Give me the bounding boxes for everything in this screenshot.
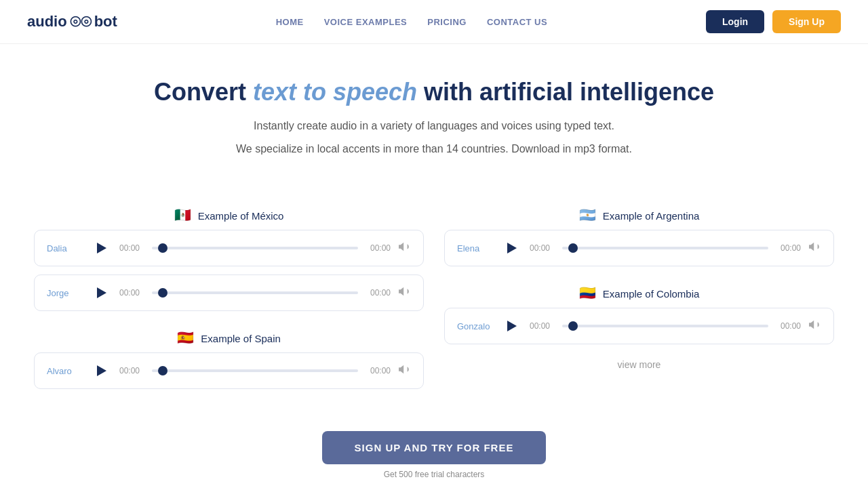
volume-button-elena[interactable]: [809, 241, 821, 255]
progress-thumb-jorge: [158, 288, 167, 298]
progress-bar-elena[interactable]: [562, 247, 768, 249]
voice-name-elena: Elena: [457, 243, 494, 253]
hero-title: Convert text to speech with artificial i…: [14, 78, 854, 106]
login-button[interactable]: Login: [706, 10, 764, 33]
progress-bar-gonzalo[interactable]: [562, 325, 768, 327]
nav-item-contact[interactable]: CONTACT US: [487, 16, 547, 28]
nav-link-voice[interactable]: VOICE EXAMPLES: [324, 17, 408, 27]
spain-label-text: Example of Spain: [201, 333, 281, 344]
time-start-gonzalo: 00:00: [530, 321, 550, 331]
volume-button-dalia[interactable]: [399, 241, 411, 255]
mexico-label-text: Example of México: [198, 210, 284, 222]
nav-item-voice[interactable]: VOICE EXAMPLES: [324, 16, 408, 28]
time-start-alvaro: 00:00: [119, 366, 140, 375]
nav-link-contact[interactable]: CONTACT US: [487, 17, 547, 27]
audio-card-jorge: Jorge 00:00 00:00: [34, 274, 424, 311]
colombia-flag-icon: 🇨🇴: [579, 285, 596, 300]
audio-card-alvaro: Alvaro 00:00 00:00: [34, 352, 424, 389]
logo-wave-icon: ⦾⦾: [70, 14, 92, 30]
audio-card-elena: Elena 00:00 00:00: [444, 230, 834, 266]
nav-link-home[interactable]: HOME: [276, 17, 304, 27]
time-start-jorge: 00:00: [119, 288, 140, 298]
hero-subtitle2: We specialize in local accents in more t…: [14, 140, 854, 158]
players-grid: 🇲🇽 Example of México Dalia 00:00 00:00 J…: [0, 183, 868, 411]
audio-card-gonzalo: Gonzalo 00:00 00:00: [444, 308, 834, 344]
progress-bar-jorge[interactable]: [152, 291, 358, 294]
spain-flag-icon: 🇪🇸: [177, 330, 194, 345]
time-start-elena: 00:00: [530, 243, 550, 253]
cta-button[interactable]: SIGN UP AND TRY FOR FREE: [322, 431, 547, 464]
svg-marker-0: [97, 243, 106, 253]
volume-button-alvaro[interactable]: [399, 364, 411, 378]
hero-subtitle1: Instantly create audio in a variety of l…: [14, 117, 854, 135]
hero-title-end: with artificial intelligence: [417, 78, 714, 106]
argentina-label-text: Example of Argentina: [603, 210, 700, 222]
section-spain-label: 🇪🇸 Example of Spain: [34, 329, 424, 346]
progress-bar-alvaro[interactable]: [152, 369, 358, 372]
voice-name-dalia: Dalia: [47, 243, 84, 253]
navbar: audio ⦾⦾ bot HOME VOICE EXAMPLES PRICING…: [0, 0, 868, 44]
section-colombia-label: 🇨🇴 Example of Colombia: [444, 285, 834, 301]
section-mexico-label: 🇲🇽 Example of México: [34, 207, 424, 223]
voice-name-gonzalo: Gonzalo: [457, 321, 494, 331]
voice-name-alvaro: Alvaro: [47, 366, 84, 376]
time-start-dalia: 00:00: [119, 243, 140, 253]
time-end-alvaro: 00:00: [370, 366, 391, 375]
hero-title-highlight: text to speech: [253, 78, 417, 106]
logo-text-audio: audio: [27, 13, 67, 30]
argentina-flag-icon: 🇦🇷: [579, 207, 596, 222]
svg-marker-3: [507, 243, 517, 253]
progress-thumb-alvaro: [158, 366, 167, 375]
nav-buttons: Login Sign Up: [706, 10, 841, 33]
cta-section: SIGN UP AND TRY FOR FREE Get 500 free tr…: [0, 411, 868, 488]
time-end-dalia: 00:00: [370, 243, 391, 253]
svg-marker-1: [97, 287, 106, 298]
colombia-label-text: Example of Colombia: [603, 288, 700, 300]
progress-thumb-dalia: [158, 243, 167, 253]
logo: audio ⦾⦾ bot: [27, 13, 117, 30]
hero-section: Convert text to speech with artificial i…: [0, 44, 868, 183]
progress-bar-dalia[interactable]: [152, 247, 358, 249]
progress-thumb-gonzalo: [568, 321, 578, 331]
left-column: 🇲🇽 Example of México Dalia 00:00 00:00 J…: [34, 197, 424, 397]
svg-marker-4: [507, 321, 517, 331]
time-end-gonzalo: 00:00: [781, 321, 801, 331]
play-button-jorge[interactable]: [92, 283, 111, 302]
view-more-link[interactable]: view more: [444, 359, 834, 370]
logo-text-bot: bot: [94, 13, 117, 30]
nav-links: HOME VOICE EXAMPLES PRICING CONTACT US: [276, 16, 548, 28]
nav-link-pricing[interactable]: PRICING: [427, 17, 467, 27]
svg-marker-2: [97, 365, 106, 376]
voice-name-jorge: Jorge: [47, 288, 84, 298]
audio-card-dalia: Dalia 00:00 00:00: [34, 230, 424, 266]
hero-title-start: Convert: [154, 78, 253, 106]
play-button-gonzalo[interactable]: [502, 317, 521, 336]
volume-button-jorge[interactable]: [399, 286, 411, 300]
play-button-alvaro[interactable]: [92, 361, 111, 380]
progress-thumb-elena: [568, 243, 578, 253]
nav-item-pricing[interactable]: PRICING: [427, 16, 467, 28]
cta-subtitle: Get 500 free trial characters: [14, 470, 854, 479]
signup-button[interactable]: Sign Up: [772, 10, 841, 33]
play-button-elena[interactable]: [502, 239, 521, 258]
volume-button-gonzalo[interactable]: [809, 319, 821, 333]
section-argentina-label: 🇦🇷 Example of Argentina: [444, 207, 834, 223]
right-column: 🇦🇷 Example of Argentina Elena 00:00 00:0…: [444, 197, 834, 397]
time-end-jorge: 00:00: [370, 288, 391, 298]
mexico-flag-icon: 🇲🇽: [174, 207, 191, 222]
play-button-dalia[interactable]: [92, 239, 111, 258]
nav-item-home[interactable]: HOME: [276, 16, 304, 28]
time-end-elena: 00:00: [781, 243, 801, 253]
